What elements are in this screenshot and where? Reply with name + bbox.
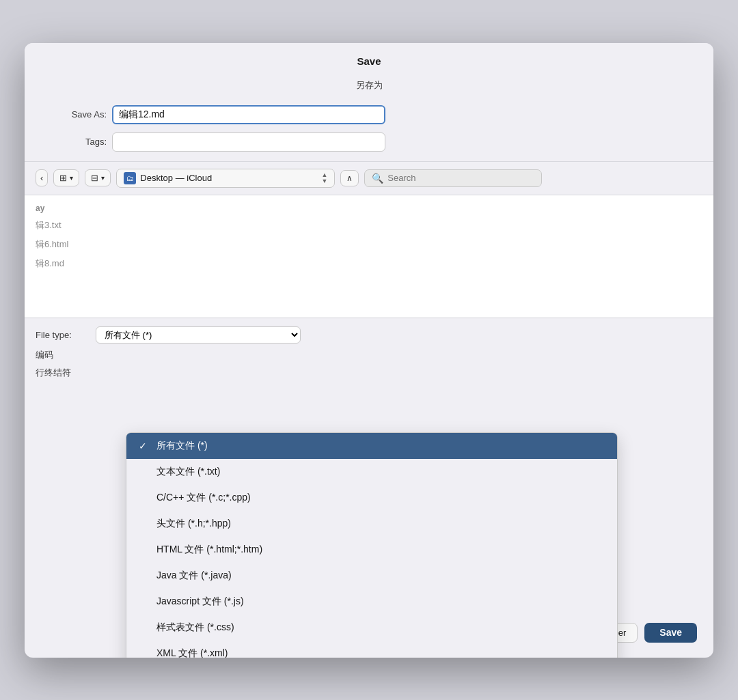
save-as-row: Save As: <box>25 101 713 128</box>
save-as-label: Save As: <box>52 109 107 120</box>
location-text: Desktop — iCloud <box>140 173 317 183</box>
file-list-header: ay <box>25 201 713 216</box>
file-list: ay 辑3.txt 辑6.html 辑8.md <box>25 195 713 318</box>
grid-chevron: ▾ <box>101 174 105 182</box>
dropdown-item-h[interactable]: 头文件 (*.h;*.hpp) <box>126 511 617 537</box>
file-type-label: File type: <box>36 330 90 340</box>
dialog-subtitle: 另存为 <box>25 74 713 101</box>
dropdown-item-label: 头文件 (*.h;*.hpp) <box>156 518 231 530</box>
search-box: 🔍 <box>364 169 542 187</box>
dropdown-item-css[interactable]: 样式表文件 (*.css) <box>126 615 617 641</box>
view-grid-button[interactable]: ⊟ ▾ <box>85 169 111 186</box>
line-ending-row: 行终结符 <box>36 367 702 379</box>
location-folder-icon: 🗂 <box>124 172 136 184</box>
tags-label: Tags: <box>52 137 107 147</box>
dropdown-item-html[interactable]: HTML 文件 (*.html;*.htm) <box>126 537 617 563</box>
encoding-row: 编码 <box>36 349 702 361</box>
file-browser: ay 辑3.txt 辑6.html 辑8.md <box>25 195 713 318</box>
save-as-input[interactable] <box>112 105 385 124</box>
bottom-bar: File type: 所有文件 (*) 文本文件 (*.txt) C/C++ 文… <box>25 318 713 387</box>
dropdown-item-label: 文本文件 (*.txt) <box>156 466 220 478</box>
dropdown-item-label: Javascript 文件 (*.js) <box>156 596 244 608</box>
dropdown-item-all[interactable]: ✓ 所有文件 (*) <box>126 433 617 459</box>
dropdown-item-java[interactable]: Java 文件 (*.java) <box>126 563 617 589</box>
expand-button[interactable]: ∧ <box>340 170 359 186</box>
search-input[interactable] <box>387 173 534 183</box>
toolbar: ‹ ⊞ ▾ ⊟ ▾ 🗂 Desktop — iCloud ▲ ▼ ∧ 🔍 <box>25 161 713 195</box>
list-item[interactable]: 辑6.html <box>25 235 713 254</box>
columns-icon: ⊞ <box>59 173 67 183</box>
dropdown-item-label: XML 文件 (*.xml) <box>156 647 228 658</box>
dropdown-item-label: Java 文件 (*.java) <box>156 570 232 582</box>
checkmark-icon: ✓ <box>139 440 150 451</box>
list-item[interactable]: 辑3.txt <box>25 216 713 235</box>
save-button[interactable]: Save <box>644 623 697 643</box>
dropdown-item-txt[interactable]: 文本文件 (*.txt) <box>126 459 617 485</box>
dropdown-item-label: 样式表文件 (*.css) <box>156 621 234 634</box>
save-dialog: Save 另存为 Save As: Tags: ‹ ⊞ ▾ ⊟ ▾ 🗂 Desk… <box>25 43 713 658</box>
search-icon: 🔍 <box>372 173 383 184</box>
file-type-select[interactable]: 所有文件 (*) 文本文件 (*.txt) C/C++ 文件 (*.c;*.cp… <box>96 326 301 344</box>
dropdown-item-xml[interactable]: XML 文件 (*.xml) <box>126 641 617 658</box>
location-picker[interactable]: 🗂 Desktop — iCloud ▲ ▼ <box>116 169 335 188</box>
tags-input[interactable] <box>112 132 385 152</box>
file-type-row: File type: 所有文件 (*) 文本文件 (*.txt) C/C++ 文… <box>36 326 702 344</box>
grid-icon: ⊟ <box>91 173 98 183</box>
encoding-label: 编码 <box>36 349 90 361</box>
view-columns-button[interactable]: ⊞ ▾ <box>53 169 79 186</box>
dropdown-item-cpp[interactable]: C/C++ 文件 (*.c;*.cpp) <box>126 485 617 511</box>
columns-chevron: ▾ <box>70 174 73 182</box>
back-button[interactable]: ‹ <box>36 169 48 186</box>
dropdown-item-js[interactable]: Javascript 文件 (*.js) <box>126 589 617 615</box>
line-ending-label: 行终结符 <box>36 367 90 379</box>
tags-row: Tags: <box>25 128 713 156</box>
list-item[interactable]: 辑8.md <box>25 254 713 273</box>
file-type-dropdown: ✓ 所有文件 (*) 文本文件 (*.txt) C/C++ 文件 (*.c;*.… <box>126 432 618 658</box>
dialog-title: Save <box>25 43 713 74</box>
dropdown-item-label: HTML 文件 (*.html;*.htm) <box>156 544 262 556</box>
location-sort-icon: ▲ ▼ <box>321 172 327 184</box>
dropdown-item-label: 所有文件 (*) <box>156 440 208 452</box>
dropdown-item-label: C/C++ 文件 (*.c;*.cpp) <box>156 492 251 504</box>
